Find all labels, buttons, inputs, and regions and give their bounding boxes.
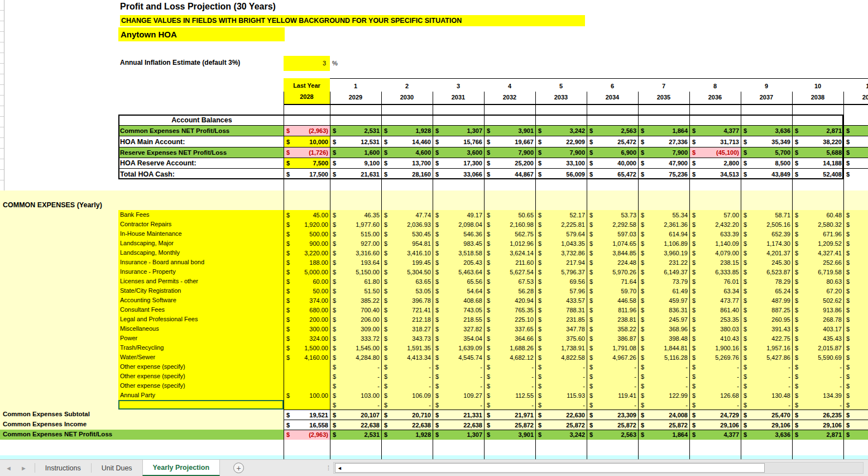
balance-value-cell[interactable]: $2,531	[330, 126, 381, 136]
expense-value-cell[interactable]: $6,921.17	[843, 267, 868, 277]
expense-value-cell[interactable]: $887.25	[741, 305, 792, 315]
expense-value-cell[interactable]: $5,463.64	[433, 267, 484, 277]
expense-value-cell[interactable]: $-	[381, 381, 433, 391]
balance-last-year-cell[interactable]: $7,500	[284, 158, 330, 168]
expense-label-cell[interactable]: Power	[118, 334, 284, 343]
summary-value-cell[interactable]: $25,872	[638, 420, 689, 430]
balance-value-cell[interactable]: $40,000	[587, 158, 638, 168]
balance-value-cell[interactable]: $15,766	[433, 136, 484, 147]
expense-value-cell[interactable]: $46.35	[330, 210, 381, 220]
expense-value-cell[interactable]: $58.71	[741, 210, 792, 220]
expense-value-cell[interactable]: $2,657.73	[843, 220, 868, 229]
expense-value-cell[interactable]: $61.80	[330, 277, 381, 286]
balance-row-label[interactable]: HOA Reserve Account:	[118, 158, 284, 168]
summary-value-cell[interactable]: $20,710	[381, 410, 433, 420]
expense-value-cell[interactable]: $327.82	[433, 324, 484, 334]
expense-value-cell[interactable]: $-	[381, 400, 433, 410]
expense-last-year-cell[interactable]: $200.00	[284, 315, 330, 324]
expense-label-cell[interactable]: State/City Registration	[118, 286, 284, 296]
balance-value-cell[interactable]: $13,700	[381, 158, 433, 168]
expense-value-cell[interactable]: $5,150.00	[330, 267, 381, 277]
summary-row-label[interactable]: Common Expenses Subtotal	[0, 410, 284, 420]
summary-value-cell[interactable]: $3,242	[535, 430, 587, 440]
expense-value-cell[interactable]: $1,957.16	[741, 343, 792, 353]
balance-row-label[interactable]: Common Expenses NET Profit/Loss	[118, 126, 284, 136]
expense-value-cell[interactable]: $-	[587, 381, 638, 391]
summary-value-cell[interactable]: $21,971	[484, 410, 535, 420]
summary-row-label[interactable]: Common Expenses Income	[0, 420, 284, 430]
sheet-tab-yearly-projection[interactable]: Yearly Projection	[142, 460, 220, 476]
expense-value-cell[interactable]: $410.43	[689, 334, 741, 343]
expense-label-cell[interactable]: Accounting Software	[118, 296, 284, 305]
expense-value-cell[interactable]: $109.27	[433, 391, 484, 400]
expense-value-cell[interactable]: $4,201.37	[741, 248, 792, 258]
expense-value-cell[interactable]: $238.15	[689, 258, 741, 267]
add-sheet-icon[interactable]: +	[233, 463, 244, 473]
expense-value-cell[interactable]: $260.24	[843, 258, 868, 267]
balance-row-label[interactable]: HOA Main Account:	[118, 136, 284, 147]
expense-value-cell[interactable]: $354.04	[433, 334, 484, 343]
expense-value-cell[interactable]: $57.00	[689, 210, 741, 220]
balance-value-cell[interactable]: $4,377	[689, 126, 741, 136]
balance-value-cell[interactable]: $17,300	[433, 158, 484, 168]
expense-value-cell[interactable]: $1,688.26	[484, 343, 535, 353]
balance-value-cell[interactable]: $1,864	[638, 126, 689, 136]
expense-value-cell[interactable]: $119.41	[587, 391, 638, 400]
expense-value-cell[interactable]: $-	[484, 362, 535, 372]
expense-value-cell[interactable]: $396.78	[381, 296, 433, 305]
balance-value-cell[interactable]: $44,867	[484, 169, 535, 179]
expense-value-cell[interactable]: $245.30	[741, 258, 792, 267]
expense-label-cell[interactable]: Landscaping, Major	[118, 239, 284, 248]
expense-value-cell[interactable]: $78.29	[741, 277, 792, 286]
summary-value-cell[interactable]: $25,872	[587, 420, 638, 430]
expense-value-cell[interactable]: $3,316.60	[330, 248, 381, 258]
expense-label-cell[interactable]: Licenses and Permits - other	[118, 277, 284, 286]
sheet-tab-unit-dues[interactable]: Unit Dues	[92, 460, 142, 476]
expense-value-cell[interactable]: $-	[792, 400, 843, 410]
expense-value-cell[interactable]: $6,333.85	[689, 267, 741, 277]
expense-label-cell[interactable]: Trash/Recycling	[118, 343, 284, 353]
expense-value-cell[interactable]: $218.55	[433, 315, 484, 324]
expense-value-cell[interactable]: $4,413.34	[381, 353, 433, 362]
expense-value-cell[interactable]: $-	[433, 381, 484, 391]
expense-value-cell[interactable]: $633.39	[689, 229, 741, 239]
expense-value-cell[interactable]: $-	[741, 372, 792, 381]
expense-value-cell[interactable]: $1,012.96	[484, 239, 535, 248]
summary-value-cell[interactable]: $24,729	[689, 410, 741, 420]
balance-value-cell[interactable]: $75,236	[638, 169, 689, 179]
expense-value-cell[interactable]: $268.78	[792, 315, 843, 324]
balance-value-cell[interactable]: $19,864	[843, 158, 868, 168]
expense-value-cell[interactable]: $-	[535, 372, 587, 381]
expense-value-cell[interactable]: $6,719.58	[792, 267, 843, 277]
expense-last-year-cell[interactable]	[284, 362, 330, 372]
expense-value-cell[interactable]: $-	[484, 372, 535, 381]
expense-last-year-cell[interactable]: $324.00	[284, 334, 330, 343]
expense-value-cell[interactable]: $212.18	[381, 315, 433, 324]
summary-row-label[interactable]: Common Expenses NET Profit/Loss	[0, 430, 284, 440]
expense-value-cell[interactable]: $1,106.89	[638, 239, 689, 248]
expense-value-cell[interactable]: $62.29	[843, 210, 868, 220]
balance-last-year-cell[interactable]: $(2,963)	[284, 126, 330, 136]
expense-value-cell[interactable]: $-	[330, 381, 381, 391]
expense-value-cell[interactable]: $-	[843, 400, 868, 410]
expense-value-cell[interactable]: $5,970.26	[587, 267, 638, 277]
balance-value-cell[interactable]: $5,676	[843, 147, 868, 158]
expense-value-cell[interactable]: $231.85	[535, 315, 587, 324]
expense-value-cell[interactable]: $252.66	[792, 258, 843, 267]
expense-value-cell[interactable]: $546.36	[433, 229, 484, 239]
column-header-year-2033[interactable]: 52033	[535, 79, 587, 104]
expense-value-cell[interactable]: $5,269.76	[689, 353, 741, 362]
inflation-input-cell[interactable]: 3	[284, 56, 330, 71]
expense-value-cell[interactable]: $253.35	[689, 315, 741, 324]
column-header-year-2039[interactable]: 112039	[843, 79, 868, 104]
expense-value-cell[interactable]: $6,523.87	[741, 267, 792, 277]
expense-value-cell[interactable]: $788.31	[535, 305, 587, 315]
summary-value-cell[interactable]: $25,470	[741, 410, 792, 420]
expense-value-cell[interactable]: $115.93	[535, 391, 587, 400]
expense-value-cell[interactable]: $61.49	[638, 286, 689, 296]
selected-cell[interactable]	[118, 400, 284, 410]
expense-label-cell[interactable]: Other expense (specify)	[118, 381, 284, 391]
balance-value-cell[interactable]: $7,900	[638, 147, 689, 158]
expense-value-cell[interactable]: $861.40	[689, 305, 741, 315]
expense-label-cell[interactable]: Contractor Repairs	[118, 220, 284, 229]
